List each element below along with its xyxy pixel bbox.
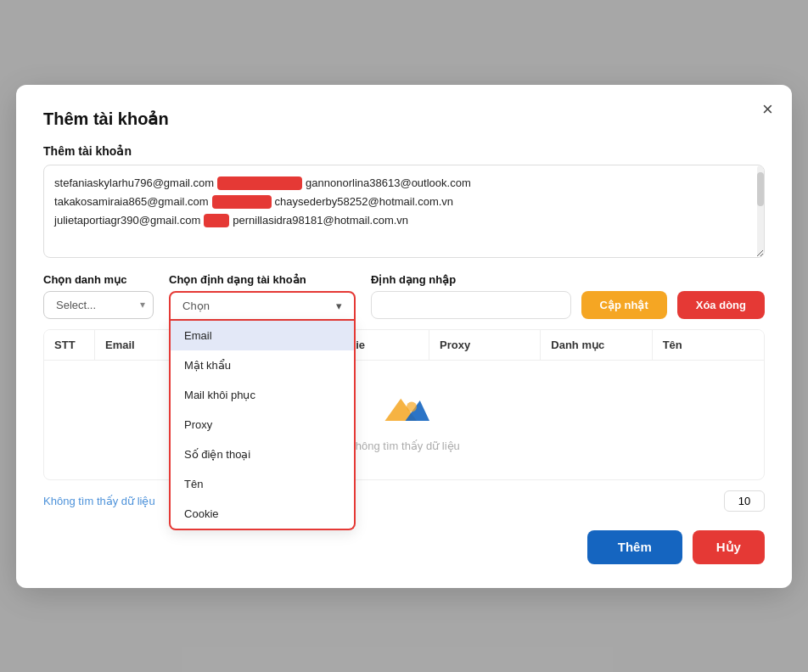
dinh-dang-nhap-group: Định dạng nhập Cập nhật Xóa dòng bbox=[371, 273, 765, 319]
close-button[interactable]: × bbox=[762, 100, 773, 119]
email-line-2: takakosamiraia865@gmail.com chaysederby5… bbox=[54, 193, 754, 211]
empty-state-icon bbox=[379, 387, 429, 429]
chon-danh-muc-wrapper: Select... Danh mục 1 Danh mục 2 ▾ bbox=[43, 291, 154, 319]
col-proxy: Proxy bbox=[429, 330, 541, 360]
footer-no-data: Không tìm thấy dữ liệu bbox=[43, 495, 155, 507]
chon-danh-muc-select[interactable]: Select... Danh mục 1 Danh mục 2 bbox=[43, 291, 154, 319]
dropdown-item-email[interactable]: Email bbox=[171, 321, 354, 350]
capnhat-button[interactable]: Cập nhật bbox=[581, 291, 667, 319]
table-body: Không tìm thấy dữ liệu bbox=[44, 361, 764, 479]
email-textarea[interactable]: stefaniaskylarhu796@gmail.com gannonorli… bbox=[43, 165, 765, 258]
redacted-1 bbox=[217, 176, 302, 190]
table-section: STT Email Số điện thoại Cookie Proxy Dan… bbox=[43, 329, 765, 480]
xoadong-button[interactable]: Xóa dòng bbox=[677, 291, 765, 319]
huy-button[interactable]: Hủy bbox=[693, 530, 765, 564]
redacted-2 bbox=[212, 195, 272, 209]
chon-dinh-dang-label: Chọn định dạng tài khoản bbox=[169, 273, 356, 286]
chon-dinh-dang-dropdown: Email Mật khẩu Mail khôi phục Proxy Số đ… bbox=[169, 321, 356, 530]
modal-dialog: × Thêm tài khoản Thêm tài khoản stefania… bbox=[16, 85, 792, 588]
col-danhmuc: Danh mục bbox=[541, 330, 652, 360]
dropdown-item-cookie[interactable]: Cookie bbox=[171, 499, 354, 529]
chon-dinh-dang-placeholder: Chọn bbox=[182, 300, 210, 312]
dropdown-item-matkhau[interactable]: Mật khẩu bbox=[171, 350, 354, 380]
email1-line3: julietaportiagr390@gmail.com bbox=[54, 211, 200, 230]
email2-line3: pernillasidra98181@hotmail.com.vn bbox=[233, 211, 408, 230]
col-stt: STT bbox=[44, 330, 95, 360]
scrollbar-thumb bbox=[757, 172, 764, 206]
chon-dinh-dang-group: Chọn định dạng tài khoản Chọn ▾ Email Mậ… bbox=[169, 273, 356, 321]
scrollbar-track bbox=[757, 165, 764, 257]
table-header: STT Email Số điện thoại Cookie Proxy Dan… bbox=[44, 330, 764, 361]
page-size-input[interactable] bbox=[724, 490, 765, 512]
modal-title: Thêm tài khoản bbox=[43, 109, 765, 129]
email2-line1: gannonorlina38613@outlook.com bbox=[306, 174, 471, 193]
chon-dinh-dang-arrow-icon: ▾ bbox=[336, 300, 342, 312]
action-buttons: Thêm Hủy bbox=[43, 530, 765, 568]
col-ten: Tên bbox=[653, 330, 764, 360]
email1-line1: stefaniaskylarhu796@gmail.com bbox=[54, 174, 214, 193]
dinh-dang-nhap-input[interactable] bbox=[371, 291, 571, 319]
dropdown-item-ten[interactable]: Tên bbox=[171, 469, 354, 499]
section-label-them: Thêm tài khoản bbox=[43, 144, 765, 158]
email1-line2: takakosamiraia865@gmail.com bbox=[54, 193, 209, 211]
email-line-1: stefaniaskylarhu796@gmail.com gannonorli… bbox=[54, 174, 754, 193]
dinh-dang-nhap-label: Định dạng nhập bbox=[371, 273, 765, 286]
dinh-dang-nhap-row: Cập nhật Xóa dòng bbox=[371, 291, 765, 319]
modal-overlay: × Thêm tài khoản Thêm tài khoản stefania… bbox=[0, 0, 808, 672]
svg-point-2 bbox=[407, 402, 417, 412]
footer-row: Không tìm thấy dữ liệu bbox=[43, 490, 765, 512]
dropdown-item-mailkhoiphuc[interactable]: Mail khôi phục bbox=[171, 380, 354, 410]
chon-dinh-dang-select-box[interactable]: Chọn ▾ bbox=[169, 291, 356, 321]
chon-danh-muc-label: Chọn danh mục bbox=[43, 273, 154, 286]
controls-row: Chọn danh mục Select... Danh mục 1 Danh … bbox=[43, 273, 765, 321]
them-button[interactable]: Thêm bbox=[587, 530, 682, 564]
redacted-3 bbox=[204, 214, 229, 227]
empty-state-text: Không tìm thấy dữ liệu bbox=[348, 440, 460, 452]
dropdown-item-proxy[interactable]: Proxy bbox=[171, 410, 354, 440]
email2-line2: chaysederby58252@hotmail.com.vn bbox=[275, 193, 453, 211]
email-line-3: julietaportiagr390@gmail.com pernillasid… bbox=[54, 211, 754, 230]
dropdown-item-sodienthoai[interactable]: Số điện thoại bbox=[171, 440, 354, 469]
chon-danh-muc-group: Chọn danh mục Select... Danh mục 1 Danh … bbox=[43, 273, 154, 319]
